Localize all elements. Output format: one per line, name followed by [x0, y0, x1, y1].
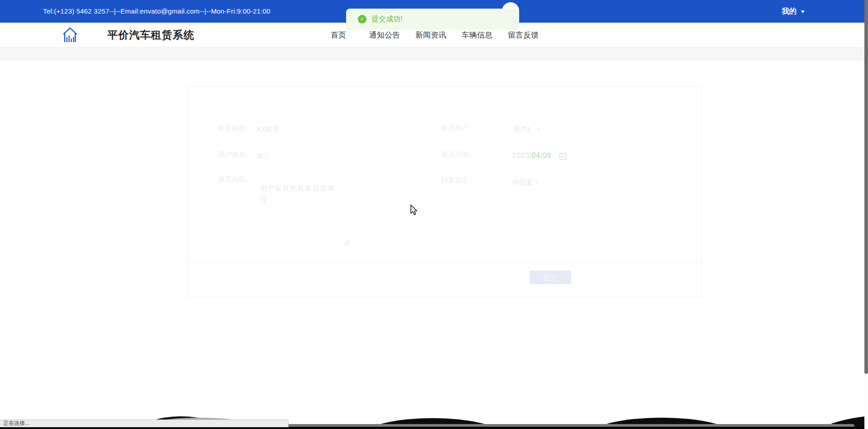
message-user-select[interactable]: 用户3 — [513, 125, 530, 134]
scrollbar-track[interactable] — [864, 0, 868, 429]
message-date-input[interactable]: 2023/04/08 — [512, 152, 551, 160]
panel-divider — [188, 262, 702, 263]
house-chart-icon — [62, 27, 78, 43]
toast-message: 提交成功! — [371, 14, 402, 24]
user-name-label: 用户姓名: — [211, 150, 247, 159]
browser-status-bar: 正在连接... — [0, 419, 289, 427]
message-date-label: 留言日期: — [441, 150, 477, 159]
feedback-form-panel: 留言标题: XX留言 留言用户 用户3 ▾ 用户姓名: 张三 留言日期: 202… — [187, 86, 702, 297]
date-day: /08 — [540, 152, 551, 159]
submit-button[interactable]: 提交 — [530, 271, 571, 284]
contact-info: Tel:(+123) 5462 3257--|--Email:envato@gm… — [43, 0, 270, 23]
check-circle-icon: ✓ — [358, 15, 366, 24]
calendar-icon[interactable] — [559, 152, 567, 160]
caret-down-icon: ▾ — [535, 180, 538, 186]
user-menu-dropdown[interactable]: 我的 ▼ — [782, 0, 805, 23]
resize-grip-icon[interactable] — [344, 240, 349, 245]
user-menu-label: 我的 — [782, 7, 796, 16]
subheader-band — [0, 48, 868, 61]
message-content-text: 用户留言的具体信息填写... — [260, 182, 338, 205]
message-title-label: 留言标题: — [211, 124, 247, 133]
status-text: 正在连接... — [3, 420, 29, 426]
date-month: 04 — [532, 152, 540, 159]
reply-status-label: 回复状态 — [441, 176, 477, 185]
caret-down-icon: ▾ — [537, 126, 540, 132]
date-year: 2023/ — [512, 152, 532, 159]
reply-status-select[interactable]: 待回复 — [512, 178, 533, 187]
mouse-cursor — [410, 205, 419, 216]
success-toast: ✓ 提交成功! — [346, 9, 519, 29]
message-content-label: 留言内容: — [211, 175, 247, 184]
message-user-label: 留言用户 — [441, 124, 473, 133]
message-title-field[interactable]: XX留言 — [256, 125, 279, 133]
scrollbar-thumb[interactable] — [864, 0, 868, 374]
message-content-textarea[interactable]: 用户留言的具体信息填写... — [254, 179, 350, 246]
caret-down-icon: ▼ — [800, 9, 806, 14]
page-title: 平价汽车租赁系统 — [107, 23, 194, 48]
user-name-field[interactable]: 张三 — [256, 152, 270, 160]
